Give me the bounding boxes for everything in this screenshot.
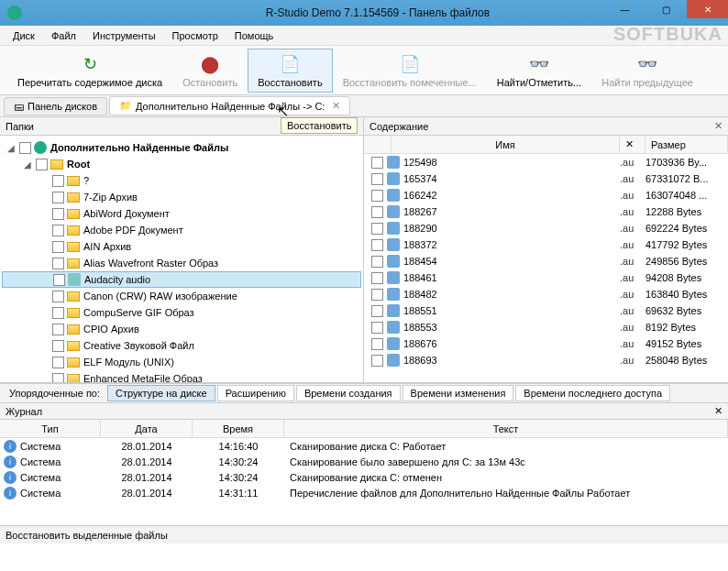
contents-close-icon[interactable]: ✕: [714, 120, 722, 132]
tree-item[interactable]: Audacity audio: [2, 271, 361, 288]
checkbox[interactable]: [371, 223, 383, 235]
checkbox[interactable]: [371, 190, 383, 202]
tree-item[interactable]: Alias Wavefront Raster Образ: [2, 255, 361, 271]
file-row[interactable]: 188482.au163840 Bytes: [364, 286, 728, 302]
checkbox[interactable]: [52, 340, 64, 352]
folder-tree[interactable]: ◢Дополнительно Найденные Файлы◢Root?7-Zi…: [0, 136, 363, 382]
file-row[interactable]: 188372.au417792 Bytes: [364, 236, 728, 253]
tree-item[interactable]: AbiWord Документ: [2, 205, 361, 222]
refresh-icon: ↻: [79, 53, 101, 75]
checkbox[interactable]: [36, 159, 48, 170]
checkbox[interactable]: [371, 173, 383, 185]
journal-col-type[interactable]: Тип: [0, 420, 101, 437]
tab-disks[interactable]: 🖴Панель дисков: [4, 97, 107, 115]
toolbar-restore-button[interactable]: 📄Восстановить: [248, 49, 332, 93]
file-icon: [387, 172, 400, 185]
checkbox[interactable]: [52, 373, 64, 383]
checkbox[interactable]: [52, 357, 64, 368]
file-list[interactable]: Имя ✕ Размер 125498.au1703936 By...16537…: [364, 136, 728, 382]
checkbox[interactable]: [52, 307, 64, 319]
tree-item[interactable]: ◢Дополнительно Найденные Файлы: [2, 139, 361, 156]
find-prev-label: Найти предыдущее: [601, 77, 693, 88]
checkbox[interactable]: [371, 305, 383, 317]
journal-col-time[interactable]: Время: [193, 420, 284, 437]
checkbox[interactable]: [19, 142, 31, 154]
checkbox[interactable]: [52, 324, 64, 335]
checkbox[interactable]: [52, 192, 64, 203]
journal-date: 28.01.2014: [101, 456, 193, 467]
close-button[interactable]: ✕: [687, 0, 728, 18]
tree-item[interactable]: Adobe PDF Документ: [2, 222, 361, 238]
journal-body[interactable]: iСистема28.01.201414:16:40Сканирование д…: [0, 438, 728, 525]
file-row[interactable]: 188693.au258048 Bytes: [364, 352, 728, 368]
checkbox[interactable]: [371, 272, 383, 284]
sort-button-3[interactable]: Времени изменения: [403, 385, 514, 401]
toolbar-find-button[interactable]: 👓Найти/Отметить...: [487, 49, 591, 93]
info-icon: i: [4, 456, 17, 468]
checkbox[interactable]: [371, 338, 383, 350]
file-row[interactable]: 188290.au692224 Bytes: [364, 220, 728, 236]
x-column[interactable]: ✕: [620, 136, 645, 153]
tree-item[interactable]: Canon (CRW) RAW изображение: [2, 288, 361, 304]
checkbox[interactable]: [52, 241, 64, 253]
journal-row[interactable]: iСистема28.01.201414:30:24Сканирование б…: [0, 454, 728, 469]
sort-button-2[interactable]: Времени создания: [296, 385, 401, 401]
checkbox[interactable]: [53, 274, 65, 286]
expander-icon[interactable]: ◢: [6, 143, 17, 153]
menu-помощь[interactable]: Помощь: [227, 28, 281, 43]
toolbar-refresh-button[interactable]: ↻Перечитать содержимое диска: [7, 49, 172, 93]
tree-item[interactable]: CPIO Архив: [2, 321, 361, 337]
file-row[interactable]: 188454.au249856 Bytes: [364, 253, 728, 269]
file-row[interactable]: 166242.au163074048 ...: [364, 187, 728, 203]
name-column[interactable]: Имя: [392, 136, 620, 153]
journal-col-text[interactable]: Текст: [284, 420, 728, 437]
file-icon: [387, 222, 400, 235]
file-row[interactable]: 188461.au94208 Bytes: [364, 269, 728, 286]
tree-item[interactable]: 7-Zip Архив: [2, 189, 361, 205]
tree-item[interactable]: Creative Звуковой Файл: [2, 337, 361, 354]
tree-item[interactable]: CompuServe GIF Образ: [2, 304, 361, 321]
file-row[interactable]: 125498.au1703936 By...: [364, 154, 728, 170]
file-row[interactable]: 188553.au8192 Bytes: [364, 319, 728, 335]
checkbox[interactable]: [52, 208, 64, 220]
expander-icon[interactable]: ◢: [22, 159, 33, 170]
size-column[interactable]: Размер: [645, 136, 728, 153]
maximize-button[interactable]: ▢: [645, 0, 687, 18]
tab-extra[interactable]: 📁Дополнительно Найденные Файлы -> C:✕: [109, 96, 350, 115]
sort-button-1[interactable]: Расширению: [217, 385, 294, 401]
checkbox[interactable]: [52, 258, 64, 269]
tree-item[interactable]: ELF Модуль (UNIX): [2, 354, 361, 370]
checkbox[interactable]: [371, 239, 383, 251]
journal-close-icon[interactable]: ✕: [714, 405, 722, 417]
sort-button-4[interactable]: Времени последнего доступа: [515, 385, 670, 401]
file-ext: .au: [620, 157, 645, 168]
checkbox[interactable]: [52, 175, 64, 187]
journal-row[interactable]: iСистема28.01.201414:30:24Сканирование д…: [0, 469, 728, 485]
tree-item[interactable]: ◢Root: [2, 156, 361, 172]
minimize-button[interactable]: —: [604, 0, 645, 18]
checkbox[interactable]: [52, 225, 64, 236]
checkbox[interactable]: [52, 291, 64, 302]
tab-close-icon[interactable]: ✕: [332, 100, 340, 112]
journal-row[interactable]: iСистема28.01.201414:31:11Перечисление ф…: [0, 485, 728, 500]
tree-item[interactable]: ?: [2, 172, 361, 189]
sort-button-0[interactable]: Структуре на диске: [107, 385, 215, 401]
checkbox[interactable]: [371, 355, 383, 367]
tree-item[interactable]: Enhanced MetaFile Образ: [2, 370, 361, 382]
checkbox[interactable]: [371, 206, 383, 218]
checkbox[interactable]: [371, 289, 383, 301]
checkbox[interactable]: [371, 157, 383, 169]
file-row[interactable]: 165374.au67331072 B...: [364, 170, 728, 187]
menu-файл[interactable]: Файл: [44, 28, 83, 43]
checkbox[interactable]: [371, 322, 383, 334]
journal-col-date[interactable]: Дата: [101, 420, 193, 437]
tree-item[interactable]: AIN Архив: [2, 238, 361, 255]
file-row[interactable]: 188676.au49152 Bytes: [364, 335, 728, 352]
menu-диск[interactable]: Диск: [6, 28, 42, 43]
checkbox[interactable]: [371, 256, 383, 268]
file-row[interactable]: 188551.au69632 Bytes: [364, 302, 728, 319]
file-row[interactable]: 188267.au12288 Bytes: [364, 203, 728, 220]
menu-инструменты[interactable]: Инструменты: [85, 28, 163, 43]
journal-row[interactable]: iСистема28.01.201414:16:40Сканирование д…: [0, 438, 728, 454]
menu-просмотр[interactable]: Просмотр: [165, 28, 226, 43]
